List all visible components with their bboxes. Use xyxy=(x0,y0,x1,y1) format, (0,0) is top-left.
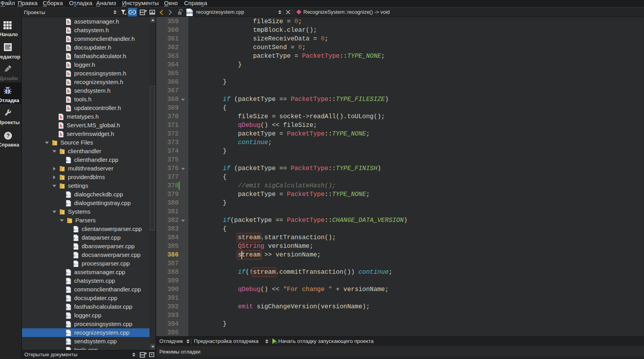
svg-text:h: h xyxy=(67,71,70,76)
svg-text:h: h xyxy=(67,54,70,59)
svg-text:c↔: c↔ xyxy=(66,159,71,162)
svg-text:c↔: c↔ xyxy=(66,202,71,205)
svg-text:?: ? xyxy=(6,132,10,139)
svg-text:h: h xyxy=(67,28,70,33)
svg-text:c↔: c↔ xyxy=(66,340,71,344)
svg-text:c↔: c↔ xyxy=(73,228,78,231)
svg-text:c↔: c↔ xyxy=(66,323,71,326)
svg-text:h: h xyxy=(67,46,70,50)
svg-text:c↔: c↔ xyxy=(66,271,71,275)
svg-text:c++: c++ xyxy=(186,10,193,15)
svg-text:c↔: c↔ xyxy=(73,262,78,266)
svg-text:h: h xyxy=(60,132,62,137)
svg-text:c↔: c↔ xyxy=(73,254,78,257)
svg-text:h: h xyxy=(67,106,70,111)
svg-text:c↔: c↔ xyxy=(73,245,78,249)
svg-text:h: h xyxy=(67,80,70,85)
svg-text:h: h xyxy=(67,97,70,102)
svg-text:c↔: c↔ xyxy=(66,288,71,292)
svg-text:h: h xyxy=(60,123,62,128)
svg-text:c↔: c↔ xyxy=(73,236,78,240)
svg-text:h: h xyxy=(67,20,70,24)
svg-text:h: h xyxy=(60,115,62,119)
svg-text:h: h xyxy=(67,89,70,93)
svg-text:c↔: c↔ xyxy=(66,193,71,197)
svg-text:c↔: c↔ xyxy=(66,306,71,309)
svg-text:c↔: c↔ xyxy=(66,280,71,283)
svg-text:h: h xyxy=(67,37,70,42)
svg-text:c↔: c↔ xyxy=(66,332,71,335)
svg-text:h: h xyxy=(67,63,70,68)
svg-text:c↔: c↔ xyxy=(66,297,71,300)
svg-text:c↔: c↔ xyxy=(66,314,71,318)
